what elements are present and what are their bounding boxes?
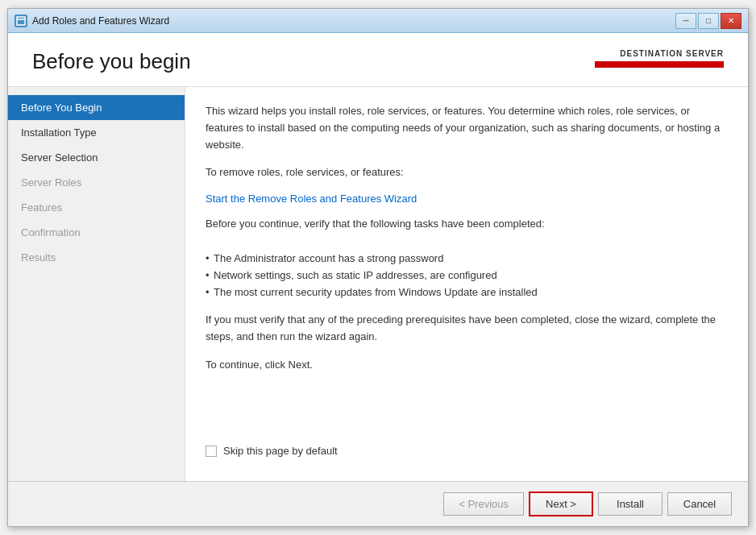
bullet-list: The Administrator account has a strong p… [206,251,728,301]
cancel-button[interactable]: Cancel [667,492,732,516]
footer: < Previous Next > Install Cancel [8,481,748,526]
sidebar-item-server-roles: Server Roles [8,170,185,195]
sidebar-item-results: Results [8,245,185,270]
wizard-icon [15,15,27,27]
prerequisite-note: If you must verify that any of the prece… [206,312,728,346]
window-title: Add Roles and Features Wizard [32,15,169,27]
content-panel: This wizard helps you install roles, rol… [185,87,748,481]
next-button[interactable]: Next > [529,491,593,516]
list-item: The most current security updates from W… [206,284,728,301]
continue-note: To continue, click Next. [206,357,728,374]
skip-checkbox[interactable] [206,446,217,457]
remove-link[interactable]: Start the Remove Roles and Features Wiza… [206,193,728,205]
main-body: Before You Begin Installation Type Serve… [8,87,748,481]
remove-intro: To remove roles, role services, or featu… [206,164,728,181]
sidebar-item-before-you-begin[interactable]: Before You Begin [8,95,185,120]
destination-label: DESTINATION SERVER [595,49,724,58]
sidebar-item-installation-type[interactable]: Installation Type [8,120,185,145]
install-button[interactable]: Install [598,492,663,516]
server-bar [595,61,724,68]
header-area: Before you begin DESTINATION SERVER [8,33,748,87]
intro-paragraph: This wizard helps you install roles, rol… [206,103,728,153]
list-item: Network settings, such as static IP addr… [206,268,728,284]
close-button[interactable]: ✕ [721,13,741,29]
skip-area: Skip this page by default [206,445,728,465]
sidebar-item-server-selection[interactable]: Server Selection [8,145,185,170]
main-window: Add Roles and Features Wizard ─ □ ✕ Befo… [7,8,749,527]
restore-button[interactable]: □ [698,13,719,29]
list-item: The Administrator account has a strong p… [206,251,728,268]
previous-button[interactable]: < Previous [443,492,524,516]
verify-intro: Before you continue, verify that the fol… [206,216,728,233]
titlebar: Add Roles and Features Wizard ─ □ ✕ [8,9,748,33]
sidebar-item-features: Features [8,195,185,220]
svg-rect-0 [17,17,25,25]
content-spacer [206,385,728,437]
content-area: Before you begin DESTINATION SERVER Befo… [8,33,748,481]
destination-server: DESTINATION SERVER [595,49,724,68]
titlebar-left: Add Roles and Features Wizard [15,15,169,27]
skip-label: Skip this page by default [223,445,338,457]
page-title: Before you begin [32,49,191,74]
sidebar: Before You Begin Installation Type Serve… [8,87,185,481]
minimize-button[interactable]: ─ [675,13,696,29]
titlebar-controls: ─ □ ✕ [675,13,741,29]
sidebar-item-confirmation: Confirmation [8,220,185,245]
